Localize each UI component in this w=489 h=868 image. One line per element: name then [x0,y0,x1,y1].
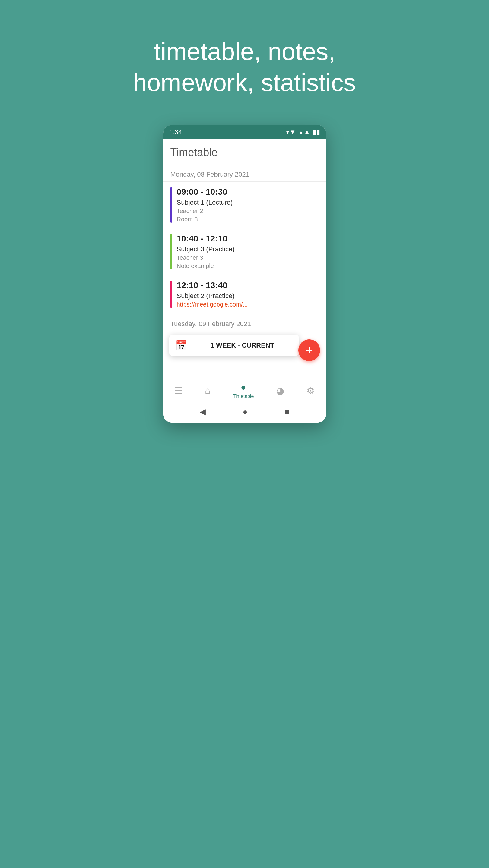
class-2-subject: Subject 3 (Practice) [177,245,319,253]
hero-section: timetable, notes,homework, statistics [133,0,356,125]
bottom-area: 📅 1 WEEK - CURRENT + [163,353,326,378]
timetable-icon: ● [240,382,246,393]
class-2-teacher: Teacher 3 [177,254,319,261]
timetable-content[interactable]: Monday, 08 February 2021 09:00 - 10:30 S… [163,164,326,353]
timetable-nav-label: Timetable [233,394,254,399]
purple-bar [170,187,172,223]
class-2-time: 10:40 - 12:10 [177,234,319,244]
monday-class-3[interactable]: 12:10 - 13:40 Subject 2 (Practice) https… [163,275,326,313]
fab-plus-icon: + [305,343,313,358]
class-1-teacher: Teacher 2 [177,208,319,215]
home-button[interactable]: ● [243,407,248,416]
class-1-time: 09:00 - 10:30 [177,187,319,197]
app-title: Timetable [170,146,319,159]
calendar-icon: 📅 [175,340,187,351]
week-label: 1 WEEK - CURRENT [192,341,293,349]
nav-home[interactable]: ⌂ [205,385,210,396]
status-bar: 1:34 ▼ ▲ ▮ [163,125,326,139]
back-button[interactable]: ◀ [200,407,206,416]
clock: 1:34 [169,128,182,136]
wifi-icon: ▼ [286,128,296,136]
pink-bar [170,281,172,308]
list-icon: ☰ [174,385,182,396]
signal-icon: ▲ [298,128,310,136]
nav-stats[interactable]: ◕ [276,385,284,396]
class-1-info: 09:00 - 10:30 Subject 1 (Lecture) Teache… [177,187,319,223]
recent-button[interactable]: ■ [285,407,289,416]
settings-icon: ⚙ [307,385,315,396]
nav-settings[interactable]: ⚙ [307,385,315,396]
nav-timetable[interactable]: ● Timetable [233,382,254,399]
week-popup[interactable]: 📅 1 WEEK - CURRENT [169,335,299,356]
class-3-time: 12:10 - 13:40 [177,281,319,290]
monday-section: Monday, 08 February 2021 09:00 - 10:30 S… [163,164,326,313]
class-2-note: Note example [177,262,319,270]
class-2-info: 10:40 - 12:10 Subject 3 (Practice) Teach… [177,234,319,270]
phone-mockup: 1:34 ▼ ▲ ▮ Timetable Monday, 08 February… [163,125,326,423]
monday-label: Monday, 08 February 2021 [163,164,326,181]
class-3-info: 12:10 - 13:40 Subject 2 (Practice) https… [177,281,319,308]
monday-class-2[interactable]: 10:40 - 12:10 Subject 3 (Practice) Teach… [163,228,326,275]
status-icons: ▼ ▲ ▮ [286,128,320,136]
green-bar [170,234,172,270]
monday-class-1[interactable]: 09:00 - 10:30 Subject 1 (Lecture) Teache… [163,181,326,228]
home-icon: ⌂ [205,385,210,396]
nav-list[interactable]: ☰ [174,385,182,396]
android-nav: ◀ ● ■ [163,402,326,423]
app-header: Timetable [163,139,326,164]
class-3-link[interactable]: https://meet.google.com/... [177,301,248,308]
tuesday-label: Tuesday, 09 February 2021 [163,313,326,331]
battery-icon: ▮ [313,128,320,136]
hero-text: timetable, notes,homework, statistics [133,36,356,98]
bottom-nav: ☰ ⌂ ● Timetable ◕ ⚙ [163,378,326,402]
class-1-subject: Subject 1 (Lecture) [177,198,319,207]
stats-icon: ◕ [276,385,284,396]
class-3-subject: Subject 2 (Practice) [177,292,319,300]
class-1-room: Room 3 [177,216,319,223]
fab-add-button[interactable]: + [298,339,320,361]
